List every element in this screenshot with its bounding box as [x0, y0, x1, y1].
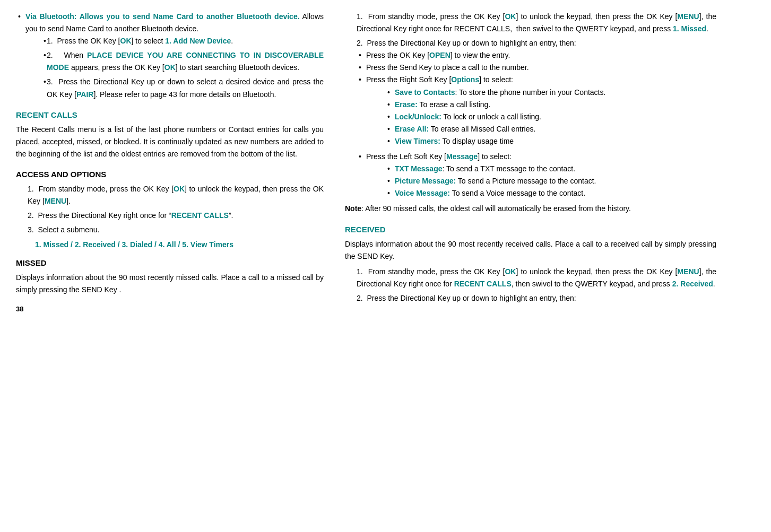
missed-title: MISSED: [16, 258, 324, 267]
recent-calls-title: RECENT CALLS: [16, 110, 324, 119]
ao-ok1: OK: [174, 185, 185, 193]
ao-step1-num: 1. From standby mode, press the OK Key [: [28, 185, 174, 193]
bluetooth-step-2: 2. When PLACE DEVICE YOU ARE CONNECTING …: [41, 49, 324, 74]
r-open-before: Press the OK Key [: [366, 51, 429, 59]
ao-step3-num: 3. Select a submenu.: [28, 225, 99, 234]
r-step1-pre: 1. From standby mode, press the OK Key [: [357, 12, 505, 21]
r-menu1: MENU: [677, 12, 699, 21]
step3-pair: PAIR: [76, 90, 93, 99]
r-options-link: Options: [451, 75, 479, 84]
r-msg-link: Message: [446, 152, 478, 161]
rec-received-link: 2. Received: [672, 280, 713, 288]
bluetooth-label: Via Bluetooth: Allows you to send Name C…: [25, 12, 300, 21]
r-step1-end: .: [706, 24, 708, 33]
received-body: Displays information about the 90 most r…: [345, 238, 716, 263]
r-voice-text: To send a Voice message to the contact.: [450, 189, 585, 197]
ao-step2-num: 2. Press the Directional Key right once …: [28, 211, 171, 220]
step1-mid: ] to select: [132, 37, 166, 45]
rec-step1-pre: 1. From standby mode, press the OK Key [: [357, 267, 505, 276]
r-options-sub: Save to Contacts: To store the phone num…: [366, 86, 716, 147]
rec-step1-mid3: , then swivel to the QWERTY keypad, and …: [512, 280, 672, 288]
missed-body: Displays information about the 90 most r…: [16, 272, 324, 296]
ao-step2-end: ”.: [229, 211, 233, 220]
step1-link: 1. Add New Device: [165, 37, 231, 45]
r-msg-after: ] to select:: [478, 152, 512, 161]
access-options-title: ACCESS AND OPTIONS: [16, 170, 324, 179]
r-pic-link: Picture Message:: [395, 177, 456, 185]
received-step-2: 2. Press the Directional Key up or down …: [345, 292, 716, 304]
step2-num: 2. When: [47, 51, 87, 59]
r-timers-link: View Timers:: [395, 137, 440, 145]
r-bullet-send: Press the Send Key to place a call to th…: [357, 62, 716, 74]
r-save-contacts: Save to Contacts: To store the phone num…: [385, 86, 716, 99]
r-lock-link: Lock/Unlock:: [395, 112, 441, 121]
r-step1-mid: ] to unlock the keypad, then press the O…: [516, 12, 677, 21]
rec-ok1: OK: [505, 267, 516, 276]
r-msg-before: Press the Left Soft Key [: [366, 152, 446, 161]
r-erase: Erase: To erase a call listing.: [385, 99, 716, 111]
access-step-2: 2. Press the Directional Key right once …: [16, 210, 324, 222]
r-missed-link: 1. Missed: [673, 24, 706, 33]
r-voice-msg: Voice Message: To send a Voice message t…: [385, 187, 716, 199]
r-message-sub: TXT Message: To send a TXT message to th…: [366, 163, 716, 199]
r-send-text: Press the Send Key to place a call to th…: [366, 63, 529, 72]
r-voice-link: Voice Message:: [395, 189, 450, 197]
r-open-after: ] to view the entry.: [451, 51, 510, 59]
rec-step1-end: .: [713, 280, 715, 288]
right-step2-bullets: Press the OK Key [OPEN] to view the entr…: [357, 49, 716, 199]
r-pic-msg: Picture Message: To send a Picture messa…: [385, 175, 716, 187]
step2-ok: OK: [164, 63, 176, 72]
ao-menu1: MENU: [45, 197, 66, 205]
access-options-list: 1. From standby mode, press the OK Key […: [16, 183, 324, 236]
r-erase-link: Erase:: [395, 100, 418, 109]
r-step2-text: 2. Press the Directional Key up or down …: [357, 39, 576, 47]
r-erase-all-link: Erase All:: [395, 125, 429, 133]
r-save-text: : To store the phone number in your Cont…: [455, 88, 606, 97]
rec-recent-link: RECENT CALLS: [454, 280, 512, 288]
r-view-timers: View Timers: To display usage time: [385, 135, 716, 147]
step2-after: appears, press the OK Key [: [69, 63, 164, 72]
page-number: 38: [16, 305, 324, 313]
page-container: Via Bluetooth: Allows you to send Name C…: [0, 0, 771, 324]
r-txt-msg: TXT Message: To send a TXT message to th…: [385, 163, 716, 175]
bluetooth-list: Via Bluetooth: Allows you to send Name C…: [16, 11, 324, 101]
right-access-list: 1. From standby mode, press the OK Key […: [345, 11, 716, 199]
step1-ok: OK: [120, 37, 132, 45]
step1-end: .: [231, 37, 233, 45]
access-step-1: 1. From standby mode, press the OK Key […: [16, 183, 324, 207]
nav-links: 1. Missed / 2. Received / 3. Dialed / 4.…: [25, 240, 324, 249]
r-erase-all: Erase All: To erase all Missed Call entr…: [385, 123, 716, 135]
right-step-1: 1. From standby mode, press the OK Key […: [345, 11, 716, 35]
r-ok1: OK: [505, 12, 516, 21]
right-column: 1. From standby mode, press the OK Key […: [345, 11, 716, 313]
r-timers-text: To display usage time: [440, 137, 514, 145]
received-list: 1. From standby mode, press the OK Key […: [345, 266, 716, 304]
r-save-link: Save to Contacts: [395, 88, 455, 97]
note-text: Note: After 90 missed calls, the oldest …: [345, 203, 716, 215]
rec-step1-mid: ] to unlock the keypad, then press the O…: [516, 267, 677, 276]
left-column: Via Bluetooth: Allows you to send Name C…: [16, 11, 324, 313]
received-title: RECEIVED: [345, 225, 716, 234]
r-txt-text: : To send a TXT message to the contact.: [442, 164, 575, 173]
r-options-after: ] to select:: [479, 75, 513, 84]
bluetooth-step-3: 3. Press the Directional Key up or down …: [41, 76, 324, 100]
r-lock-text: To lock or unlock a call listing.: [441, 112, 541, 121]
recent-calls-body: The Recent Calls menu is a list of the l…: [16, 124, 324, 160]
r-pic-text: To send a Picture message to the contact…: [456, 177, 596, 185]
r-bullet-open: Press the OK Key [OPEN] to view the entr…: [357, 49, 716, 62]
r-erase-text: To erase a call listing.: [418, 100, 490, 109]
step1-num: 1. Press the OK Key [: [47, 37, 120, 45]
r-bullet-message: Press the Left Soft Key [Message] to sel…: [357, 151, 716, 199]
bluetooth-step-1: 1. Press the OK Key [OK] to select 1. Ad…: [41, 35, 324, 47]
rec-step2-text: 2. Press the Directional Key up or down …: [357, 294, 576, 302]
ao-step2-link: RECENT CALLS: [171, 211, 229, 220]
rec-menu1: MENU: [677, 267, 699, 276]
right-step-2: 2. Press the Directional Key up or down …: [345, 37, 716, 199]
r-bullet-options: Press the Right Soft Key [Options] to se…: [357, 74, 716, 147]
step3-after: ]. Please refer to page 43 for more deta…: [93, 90, 276, 99]
step2-end: ] to start searching Bluetooth devices.: [176, 63, 299, 72]
bluetooth-item: Via Bluetooth: Allows you to send Name C…: [16, 11, 324, 101]
access-step-3: 3. Select a submenu.: [16, 224, 324, 236]
received-step-1: 1. From standby mode, press the OK Key […: [345, 266, 716, 290]
bluetooth-steps: 1. Press the OK Key [OK] to select 1. Ad…: [25, 35, 324, 100]
